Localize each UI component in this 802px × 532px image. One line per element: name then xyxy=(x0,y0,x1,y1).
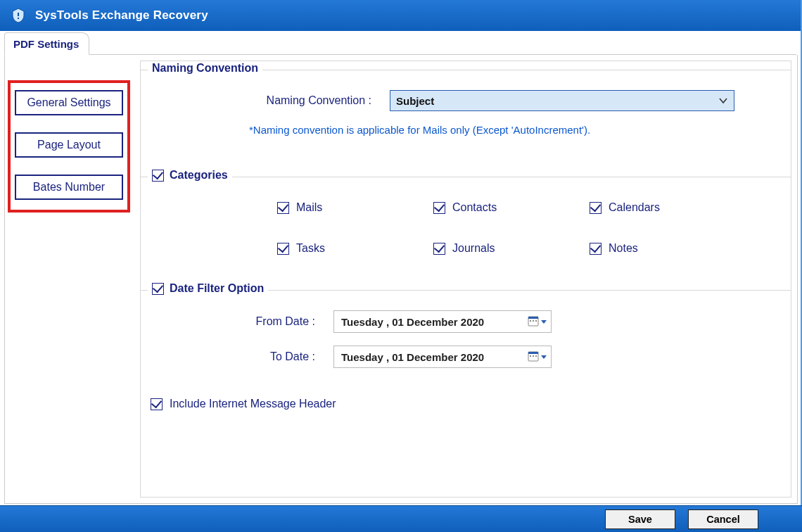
group-categories: Categories Mails Contacts Calendars Tas xyxy=(141,177,791,276)
svg-rect-3 xyxy=(533,320,534,322)
svg-rect-4 xyxy=(535,320,537,322)
svg-rect-9 xyxy=(535,355,537,357)
content-panel: Naming Convention Naming Convention : Su… xyxy=(140,61,791,498)
calendar-icon xyxy=(527,350,540,365)
svg-rect-1 xyxy=(528,317,538,319)
footer-bar: Save Cancel xyxy=(0,505,802,532)
svg-rect-8 xyxy=(533,355,534,357)
calendar-icon xyxy=(527,315,540,329)
checkbox-notes[interactable]: Notes xyxy=(590,242,746,255)
group-naming-convention: Naming Convention Naming Convention : Su… xyxy=(141,70,791,163)
datepicker-from-date[interactable]: Tuesday , 01 December 2020 xyxy=(333,310,552,333)
tab-pdf-settings[interactable]: PDF Settings xyxy=(4,32,89,55)
row-include-imh: Include Internet Message Header xyxy=(141,385,791,410)
legend-categories: Categories xyxy=(148,169,232,182)
legend-categories-text: Categories xyxy=(170,169,228,182)
group-date-filter: Date Filter Option From Date : Tuesday ,… xyxy=(141,290,791,385)
checkbox-include-imh-label: Include Internet Message Header xyxy=(170,398,336,410)
svg-rect-6 xyxy=(528,352,538,354)
checkbox-calendars-label: Calendars xyxy=(609,201,660,214)
label-from-date: From Date : xyxy=(200,315,333,328)
datepicker-to-date[interactable]: Tuesday , 01 December 2020 xyxy=(333,346,552,368)
svg-rect-7 xyxy=(530,355,531,357)
checkbox-notes-box xyxy=(590,243,602,255)
checkbox-journals[interactable]: Journals xyxy=(433,242,590,255)
checkbox-calendars-box xyxy=(590,202,602,214)
checkbox-tasks[interactable]: Tasks xyxy=(277,242,433,255)
checkbox-calendars[interactable]: Calendars xyxy=(590,201,746,214)
window-title: SysTools Exchange Recovery xyxy=(35,8,208,23)
checkbox-tasks-box xyxy=(277,243,289,255)
checkbox-mails[interactable]: Mails xyxy=(277,201,433,214)
save-button[interactable]: Save xyxy=(605,509,675,529)
checkbox-journals-box xyxy=(433,243,445,255)
datepicker-to-value: Tuesday , 01 December 2020 xyxy=(341,351,484,363)
checkbox-journals-label: Journals xyxy=(452,242,495,255)
label-naming-convention: Naming Convention : xyxy=(158,94,390,107)
checkbox-notes-label: Notes xyxy=(609,242,638,255)
checkbox-categories-master[interactable] xyxy=(152,170,164,182)
chevron-down-icon xyxy=(541,355,547,359)
chevron-down-icon xyxy=(718,96,728,106)
checkbox-contacts-label: Contacts xyxy=(452,201,497,214)
legend-date-filter-text: Date Filter Option xyxy=(170,282,264,295)
dialog-body: General Settings Page Layout Bates Numbe… xyxy=(4,55,798,504)
checkbox-tasks-label: Tasks xyxy=(296,242,325,255)
legend-date-filter: Date Filter Option xyxy=(148,282,268,295)
checkbox-include-imh[interactable]: Include Internet Message Header xyxy=(151,398,791,410)
checkbox-contacts-box xyxy=(433,202,445,214)
tab-strip: PDF Settings xyxy=(0,31,802,55)
app-logo-icon xyxy=(10,7,27,24)
chevron-down-icon xyxy=(541,320,547,324)
checkbox-date-filter-master[interactable] xyxy=(152,283,164,295)
title-bar: SysTools Exchange Recovery xyxy=(0,0,802,31)
dropdown-naming-convention[interactable]: Subject xyxy=(390,90,734,111)
sidebar-highlight: General Settings Page Layout Bates Numbe… xyxy=(8,80,130,213)
checkbox-mails-label: Mails xyxy=(296,201,322,214)
label-to-date: To Date : xyxy=(200,350,333,363)
checkbox-include-imh-box xyxy=(151,398,163,410)
sidebar-page-layout[interactable]: Page Layout xyxy=(15,132,123,158)
checkbox-contacts[interactable]: Contacts xyxy=(433,201,590,214)
cancel-button[interactable]: Cancel xyxy=(688,509,758,529)
naming-note: *Naming convention is applicable for Mai… xyxy=(249,124,590,136)
datepicker-from-value: Tuesday , 01 December 2020 xyxy=(341,316,484,328)
sidebar: General Settings Page Layout Bates Numbe… xyxy=(11,61,130,498)
sidebar-general-settings[interactable]: General Settings xyxy=(15,90,123,115)
dropdown-naming-value: Subject xyxy=(396,95,434,107)
sidebar-bates-number[interactable]: Bates Number xyxy=(15,175,123,200)
legend-naming-convention: Naming Convention xyxy=(148,62,262,75)
checkbox-mails-box xyxy=(277,202,289,214)
legend-naming-text: Naming Convention xyxy=(152,62,258,75)
svg-rect-2 xyxy=(530,320,531,322)
